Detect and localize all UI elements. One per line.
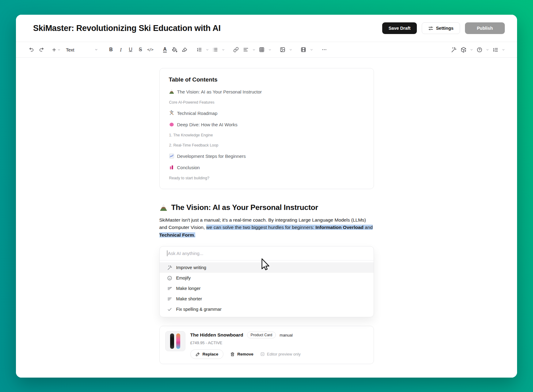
menu-item-make-shorter[interactable]: Make shorter (160, 294, 374, 304)
italic-button[interactable]: I (116, 45, 125, 54)
replace-button[interactable]: Replace (190, 349, 224, 359)
menu-item-fix-spelling[interactable]: Fix spelling & grammar (160, 304, 374, 314)
ai-assistant-panel: Improve writing Emojify Make longer Make… (159, 246, 374, 317)
product-type-badge: Product Card (247, 332, 276, 338)
toc-list-chevron[interactable] (501, 45, 506, 54)
text-color-button[interactable]: A (160, 45, 169, 54)
publish-button[interactable]: Publish (465, 22, 505, 34)
product-title: The Hidden Snowboard (190, 332, 243, 338)
ordered-list-chevron[interactable] (204, 45, 210, 54)
chevron-down-icon (93, 47, 99, 52)
sliders-icon (428, 26, 433, 31)
make-longer-icon (167, 286, 172, 291)
snowboard-colored (176, 333, 180, 349)
align-chevron[interactable] (251, 45, 257, 54)
table-button[interactable] (257, 45, 266, 54)
toc-item-feedback-loop[interactable]: 2. Real-Time Feedback Loop (169, 143, 364, 147)
toc-item-conclusion[interactable]: Conclusion (169, 165, 364, 170)
product-card: The Hidden Snowboard Product Card manual… (159, 326, 374, 364)
tools-icon (169, 110, 174, 116)
toc-item-core-features[interactable]: Core AI-Powered Features (169, 100, 364, 105)
image-chevron[interactable] (288, 45, 293, 54)
remove-button[interactable]: Remove (230, 352, 253, 356)
chart-increasing-icon (169, 153, 174, 159)
editor-preview-note: Editor preview only (260, 352, 301, 356)
ai-assist-button[interactable] (449, 45, 458, 54)
bullet-list-button[interactable] (211, 45, 220, 54)
mountain-icon (169, 89, 174, 94)
product-thumbnail (165, 331, 185, 351)
image-button[interactable] (278, 45, 287, 54)
bullet-list-chevron[interactable] (220, 45, 226, 54)
toc-item-ready[interactable]: Ready to start building? (169, 176, 364, 180)
help-button[interactable] (475, 45, 484, 54)
snowboard-dark (170, 333, 174, 349)
video-button[interactable] (299, 45, 308, 54)
block-type-dropdown[interactable]: Text (63, 45, 101, 55)
page-title: SkiMaster: Revolutionizing Ski Education… (33, 24, 221, 33)
brain-icon (169, 122, 174, 127)
toc-item-roadmap[interactable]: Technical Roadmap (169, 110, 364, 116)
chevron-down-icon (57, 48, 63, 51)
toc-item-vision[interactable]: The Vision: AI as Your Personal Instruct… (169, 89, 364, 94)
insert-product-button[interactable] (459, 45, 468, 54)
text-caret (167, 250, 167, 256)
bold-button[interactable]: B (106, 45, 116, 54)
align-icon (243, 47, 249, 52)
ordered-list-button[interactable] (195, 45, 204, 54)
ai-input-row (160, 246, 374, 261)
redo-button[interactable] (37, 45, 46, 54)
more-icon (322, 47, 327, 52)
make-shorter-icon (167, 296, 172, 302)
image-icon (280, 47, 285, 52)
align-button[interactable] (241, 45, 250, 54)
check-icon (167, 307, 172, 312)
toc-item-knowledge-engine[interactable]: 1. The Knowledge Engine (169, 133, 364, 137)
underline-button[interactable]: U (126, 45, 135, 54)
table-icon (259, 47, 265, 52)
save-draft-button[interactable]: Save Draft (382, 22, 417, 34)
header-actions: Save Draft Settings Publish (382, 22, 505, 34)
menu-item-improve-writing[interactable]: Improve writing (160, 262, 374, 273)
table-of-contents: Table of Contents The Vision: AI as Your… (159, 68, 374, 189)
undo-button[interactable] (27, 45, 36, 54)
preview-box-icon (260, 352, 265, 356)
link-button[interactable] (231, 45, 241, 54)
product-source-label: manual (280, 333, 293, 337)
toc-item-development-steps[interactable]: Development Steps for Beginners (169, 153, 364, 159)
bullet-list-icon (212, 47, 218, 52)
help-icon (477, 47, 482, 53)
product-chevron[interactable] (469, 45, 474, 54)
paint-bucket-icon (172, 47, 177, 52)
link-icon (233, 47, 239, 52)
settings-button[interactable]: Settings (422, 22, 460, 34)
toc-list-icon (493, 47, 498, 53)
redo-icon (39, 47, 44, 52)
video-chevron[interactable] (309, 45, 314, 54)
window-header: SkiMaster: Revolutionizing Ski Education… (16, 15, 517, 42)
package-plus-icon (461, 47, 466, 53)
editor-window: SkiMaster: Revolutionizing Ski Education… (16, 15, 517, 378)
magic-wand-icon (167, 265, 172, 270)
highlighter-icon (182, 47, 187, 52)
code-button[interactable]: </> (146, 45, 155, 54)
help-chevron[interactable] (485, 45, 490, 54)
more-button[interactable] (320, 45, 329, 54)
undo-icon (29, 47, 34, 52)
product-price-status: £749.95 - ACTIVE (190, 341, 368, 345)
magic-wand-icon (451, 47, 457, 53)
pencil-icon (196, 352, 200, 356)
background-color-button[interactable] (170, 45, 179, 54)
strikethrough-button[interactable]: S (136, 45, 145, 54)
insert-block-button[interactable] (51, 45, 63, 54)
toc-item-deep-dive[interactable]: Deep Dive: How the AI Works (169, 122, 364, 127)
section-heading: The Vision: AI as Your Personal Instruct… (159, 203, 374, 212)
highlight-button[interactable] (180, 45, 189, 54)
table-chevron[interactable] (267, 45, 272, 54)
trash-icon (230, 352, 235, 356)
menu-item-make-longer[interactable]: Make longer (160, 283, 374, 294)
menu-item-emojify[interactable]: Emojify (160, 273, 374, 283)
ai-prompt-input[interactable] (160, 246, 374, 260)
plus-icon (51, 47, 57, 52)
toc-list-button[interactable] (491, 45, 500, 54)
